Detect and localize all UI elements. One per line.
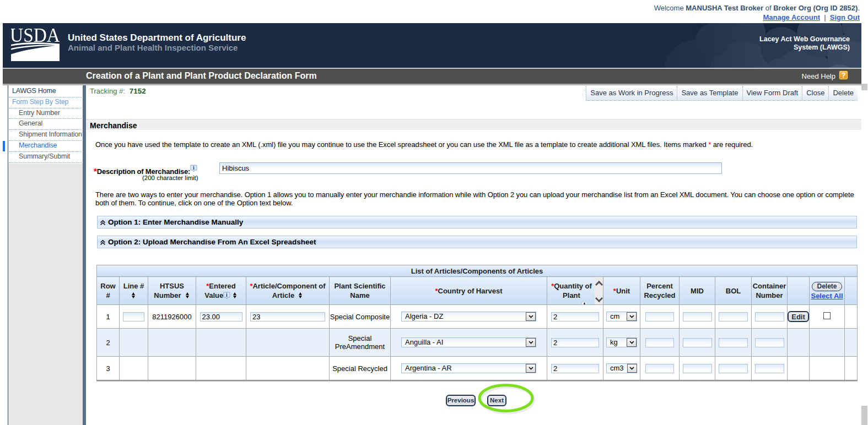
svg-text:i: i bbox=[226, 292, 228, 298]
svg-text:i: i bbox=[193, 165, 195, 171]
